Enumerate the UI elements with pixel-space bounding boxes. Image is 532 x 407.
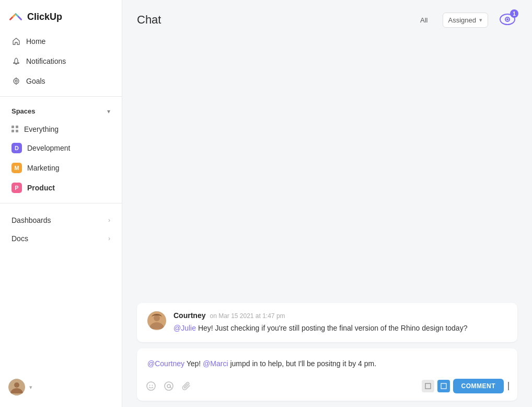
sidebar-item-everything[interactable]: Everything xyxy=(3,121,119,138)
user-avatar xyxy=(8,379,25,395)
reply-tools-left xyxy=(145,380,192,392)
courtney-avatar xyxy=(147,311,166,330)
message-item: Courtney on Mar 15 2021 at 1:47 pm @Juli… xyxy=(137,303,517,342)
sidebar-item-notifications[interactable]: Notifications xyxy=(3,52,119,71)
marketing-badge: M xyxy=(11,163,22,173)
svg-point-5 xyxy=(14,382,19,388)
reply-content-2: jumpd in to help, but I'll be positng it… xyxy=(230,359,376,368)
message-time: on Mar 15 2021 at 1:47 pm xyxy=(210,312,285,320)
page-title: Chat xyxy=(137,13,406,27)
at-mention-icon[interactable] xyxy=(163,380,175,392)
chat-area: Courtney on Mar 15 2021 at 1:47 pm @Juli… xyxy=(122,38,532,407)
chevron-down-icon: ▾ xyxy=(107,108,110,115)
reply-toolbar: COMMENT xyxy=(145,379,509,393)
emoji-icon[interactable] xyxy=(145,380,157,392)
chevron-right-icon: › xyxy=(108,217,110,224)
goals-label: Goals xyxy=(26,77,45,85)
product-label: Product xyxy=(27,184,55,192)
user-chevron-icon: ▾ xyxy=(29,384,32,391)
docs-label: Docs xyxy=(11,234,28,243)
mention-courtney: @Courtney xyxy=(147,359,184,368)
home-icon xyxy=(11,37,21,46)
notifications-label: Notifications xyxy=(26,57,66,65)
sidebar: ClickUp Home Notifications Go xyxy=(0,0,122,407)
svg-point-1 xyxy=(15,80,17,82)
dropdown-chevron-icon: ▾ xyxy=(479,17,482,24)
watch-count-badge: 1 xyxy=(510,9,518,18)
development-badge: D xyxy=(11,143,22,153)
svg-rect-16 xyxy=(425,383,431,389)
cursor-indicator xyxy=(508,382,509,390)
sidebar-item-goals[interactable]: Goals xyxy=(3,72,119,91)
filter-all-button[interactable]: All xyxy=(416,14,432,26)
svg-point-15 xyxy=(167,385,170,388)
clickup-logo-icon xyxy=(8,9,23,24)
sidebar-item-dashboards[interactable]: Dashboards › xyxy=(3,211,119,229)
mention-julie: @Julie xyxy=(174,324,196,332)
main-content: Chat All Assigned ▾ 1 xyxy=(122,0,532,407)
spaces-header[interactable]: Spaces ▾ xyxy=(3,103,119,119)
message-text: @Julie Hey! Just checking if you're stil… xyxy=(174,323,507,334)
spaces-label: Spaces xyxy=(11,107,36,115)
goals-icon xyxy=(11,76,21,86)
logo-area[interactable]: ClickUp xyxy=(0,0,122,31)
chevron-right-icon-docs: › xyxy=(108,235,110,242)
home-label: Home xyxy=(26,37,45,46)
watch-button[interactable]: 1 xyxy=(499,10,517,29)
grid-icon xyxy=(11,126,19,133)
format-btn-2[interactable] xyxy=(437,380,450,392)
sidebar-item-docs[interactable]: Docs › xyxy=(3,230,119,247)
nav-divider xyxy=(0,96,122,97)
assigned-dropdown[interactable]: Assigned ▾ xyxy=(443,13,488,28)
message-content: Hey! Just checking if you're still posti… xyxy=(198,324,468,332)
svg-point-13 xyxy=(152,385,153,386)
comment-button[interactable]: COMMENT xyxy=(453,379,504,393)
svg-rect-17 xyxy=(441,383,446,389)
reply-text: @Courtney Yep! @Marci jumpd in to help, … xyxy=(147,358,507,369)
bottom-nav: Dashboards › Docs › xyxy=(0,211,122,248)
chat-header: Chat All Assigned ▾ 1 xyxy=(122,0,532,38)
message-body: Courtney on Mar 15 2021 at 1:47 pm @Juli… xyxy=(174,311,507,334)
reply-tools-right: COMMENT xyxy=(422,379,510,393)
app-name: ClickUp xyxy=(27,12,62,22)
reply-content-1: Yep! xyxy=(187,359,203,368)
svg-point-10 xyxy=(154,315,160,321)
sidebar-item-marketing[interactable]: M Marketing xyxy=(3,159,119,177)
reply-compose-block: @Courtney Yep! @Marci jumpd in to help, … xyxy=(137,348,517,401)
user-avatar-area[interactable]: ▾ xyxy=(0,372,122,402)
svg-point-12 xyxy=(149,385,151,386)
product-badge: P xyxy=(11,183,22,193)
svg-point-0 xyxy=(14,78,19,84)
mention-marci: @Marci xyxy=(203,359,228,368)
format-btn-1[interactable] xyxy=(422,380,434,392)
assigned-label: Assigned xyxy=(448,16,476,24)
sidebar-item-development[interactable]: D Development xyxy=(3,139,119,157)
sidebar-item-product[interactable]: P Product xyxy=(3,178,119,197)
svg-point-8 xyxy=(506,18,508,20)
message-author: Courtney xyxy=(174,311,205,320)
svg-point-11 xyxy=(147,382,155,390)
svg-point-14 xyxy=(165,382,173,390)
spaces-divider xyxy=(0,203,122,204)
dashboards-label: Dashboards xyxy=(11,216,51,224)
development-label: Development xyxy=(27,144,71,152)
bell-icon xyxy=(11,56,21,66)
everything-label: Everything xyxy=(24,125,59,133)
attachment-icon[interactable] xyxy=(181,380,192,392)
sidebar-item-home[interactable]: Home xyxy=(3,32,119,51)
marketing-label: Marketing xyxy=(27,164,59,172)
message-header: Courtney on Mar 15 2021 at 1:47 pm xyxy=(174,311,507,320)
